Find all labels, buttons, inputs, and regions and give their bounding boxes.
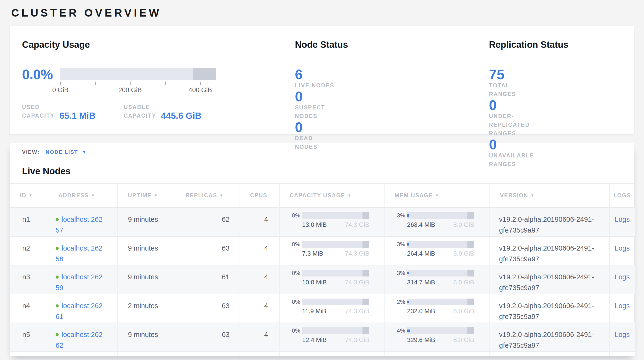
capacity-mini-bar — [302, 327, 369, 334]
column-header-capacity[interactable]: CAPACITY USAGE▼ — [279, 183, 384, 208]
capacity-bar-dark-segment — [362, 270, 369, 276]
view-selected-value: NODE LIST — [46, 149, 78, 155]
logs-link[interactable]: Logs — [615, 216, 630, 223]
stat-label: DEAD NODES — [295, 134, 334, 151]
live-status-icon — [56, 333, 59, 336]
version-cell: v19.2.0-alpha.20190606-2491-gfe735c9a97 — [490, 294, 610, 323]
node-address-link[interactable]: localhost:26257 — [56, 216, 102, 234]
logs-link[interactable]: Logs — [615, 302, 630, 310]
version-cell: v19.2.0-alpha.20190606-2491-gfe735c9a97 — [490, 236, 610, 265]
axis-tick-label: 200 GiB — [118, 86, 142, 94]
stat-label: UNAVAILABLE RANGES — [489, 151, 537, 168]
node-address-cell: localhost:26259 — [48, 265, 118, 294]
replication-status-stats: 75TOTAL RANGES0UNDER-REPLICATED RANGES0U… — [489, 68, 622, 120]
mem-usage-cell: 3% 314.7 MiB 8.0 GiB — [384, 265, 490, 294]
capacity-used-label: 13.0 MiB — [302, 221, 327, 229]
mem-used-label: 268.4 MiB — [407, 221, 435, 229]
replication-status-heading: Replication Status — [489, 39, 622, 50]
axis-tick — [95, 82, 96, 85]
version-text: v19.2.0-alpha.20190606-2491-gfe735c9a97 — [499, 272, 609, 293]
capacity-used-label: 10.0 MiB — [302, 278, 327, 286]
uptime-cell: 9 minutes — [118, 265, 175, 294]
capacity-axis-ticks: 0 GiB200 GiB400 GiB — [60, 80, 216, 95]
node-id-cell: n4 — [10, 294, 48, 323]
column-header-address[interactable]: ADDRESS▼ — [48, 183, 118, 208]
stat-label: SUSPECT NODES — [295, 103, 334, 120]
capacity-bar-track — [60, 68, 216, 80]
sort-descending-icon: ▼ — [29, 193, 33, 197]
cpus-cell: 4 — [240, 294, 279, 323]
replicas-cell: 63 — [175, 294, 240, 323]
capacity-mini-bar — [302, 270, 369, 276]
mem-usage-cell: 3% 264.4 MiB 8.0 GiB — [384, 236, 490, 265]
capacity-mini-bar — [302, 299, 369, 305]
cpus-cell: 4 — [240, 208, 279, 236]
node-id-cell: n3 — [10, 265, 48, 294]
summary-stat: USABLE CAPACITY445.6 GiB — [124, 103, 202, 120]
mem-percent-label: 3% — [396, 212, 405, 219]
summary-stat: 6LIVE NODES — [295, 68, 334, 90]
stat-value: 0 — [489, 138, 537, 151]
logs-link[interactable]: Logs — [615, 273, 630, 281]
node-address-link[interactable]: localhost:26259 — [56, 273, 102, 292]
mem-mini-bar — [407, 299, 474, 305]
axis-tick — [130, 82, 130, 85]
table-row: n3 localhost:26259 9 minutes 61 4 0% 10.… — [10, 265, 635, 294]
stat-value: 0 — [489, 98, 548, 112]
mem-total-label: 8.0 GiB — [453, 250, 474, 257]
mem-total-label: 8.0 GiB — [453, 221, 474, 229]
capacity-usage-chart: 0.0% 0 GiB200 GiB400 GiB — [22, 68, 295, 95]
mem-mini-bar — [407, 241, 474, 248]
logs-cell: Logs — [610, 323, 635, 351]
stat-label: UNDER-REPLICATED RANGES — [489, 112, 548, 138]
replicas-cell: 61 — [175, 265, 240, 294]
logs-link[interactable]: Logs — [615, 244, 630, 252]
capacity-stats: USED CAPACITY65.1 MiBUSABLE CAPACITY445.… — [22, 103, 295, 120]
mem-used-label: 264.4 MiB — [407, 250, 435, 257]
capacity-total-label: 74.3 GiB — [345, 307, 369, 315]
node-address-link[interactable]: localhost:26261 — [56, 302, 102, 320]
summary-stat: 0DEAD NODES — [295, 120, 334, 151]
stat-value: 6 — [295, 68, 334, 81]
capacity-bar-dark-segment — [362, 327, 369, 334]
live-status-icon — [56, 247, 59, 250]
column-header-memory[interactable]: MEM USAGE▼ — [384, 183, 490, 208]
column-header-id[interactable]: ID▼ — [10, 183, 48, 208]
capacity-percent-label: 0% — [290, 270, 300, 276]
stat-value: 65.1 MiB — [60, 111, 95, 121]
capacity-total-label: 74.3 GiB — [345, 336, 369, 344]
capacity-used-label: 12.4 MiB — [302, 336, 327, 344]
mem-bar-fill — [407, 243, 409, 246]
version-cell: v19.2.0-alpha.20190606-2491-gfe735c9a97 — [490, 208, 610, 236]
table-header-row: ID▼ADDRESS▼UPTIME▼REPLICAS▼CPUSCAPACITY … — [10, 183, 635, 208]
view-selector-dropdown[interactable]: NODE LIST ▼ — [46, 149, 87, 155]
capacity-usage-cell: 0% 10.0 MiB 74.3 GiB — [279, 265, 384, 294]
axis-tick — [200, 82, 201, 85]
capacity-usage-heading: Capacity Usage — [22, 39, 295, 50]
node-address-cell: localhost:26258 — [48, 236, 118, 265]
summary-stat: 0SUSPECT NODES — [295, 90, 334, 120]
logs-link[interactable]: Logs — [615, 331, 630, 338]
column-header-uptime[interactable]: UPTIME▼ — [118, 183, 175, 208]
node-address-link[interactable]: localhost:26262 — [56, 331, 102, 349]
table-row: n2 localhost:26258 9 minutes 63 4 0% 7.3… — [10, 236, 635, 265]
column-header-replicas[interactable]: REPLICAS▼ — [175, 183, 240, 208]
sort-descending-icon: ▼ — [531, 193, 535, 197]
version-cell: v19.2.0-alpha.20190606-2491-gfe735c9a97 — [490, 323, 610, 351]
live-status-icon — [56, 276, 59, 279]
mem-bar-dark-segment — [468, 212, 474, 219]
capacity-usage-cell: 0% 12.4 MiB 74.3 GiB — [279, 323, 384, 351]
mem-mini-bar — [407, 327, 474, 334]
sort-descending-icon: ▼ — [154, 193, 158, 197]
chevron-down-icon: ▼ — [82, 149, 87, 155]
column-header-cpus: CPUS — [240, 183, 279, 208]
node-address-link[interactable]: localhost:26258 — [56, 244, 102, 263]
uptime-cell: 2 minutes — [118, 294, 175, 323]
mem-bar-fill — [407, 329, 410, 332]
version-cell: v19.2.0-alpha.20190606-2491-gfe735c9a97 — [490, 265, 610, 294]
summary-stat: 0UNDER-REPLICATED RANGES — [489, 98, 548, 138]
stat-value: 0 — [295, 120, 334, 134]
column-header-version[interactable]: VERSION▼ — [490, 183, 610, 208]
axis-tick-label: 0 GiB — [52, 86, 68, 94]
version-text: v19.2.0-alpha.20190606-2491-gfe735c9a97 — [499, 300, 609, 322]
